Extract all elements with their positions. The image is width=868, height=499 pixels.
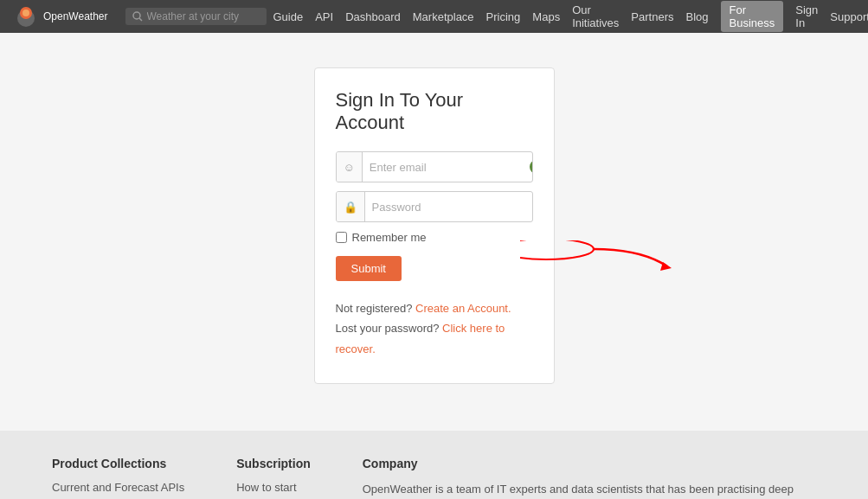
nav-blog[interactable]: Blog — [685, 10, 708, 23]
signin-links: Not registered? Create an Account. Lost … — [336, 298, 533, 359]
nav-api[interactable]: API — [315, 10, 333, 23]
navbar: OpenWeather Guide API Dashboard Marketpl… — [0, 0, 868, 33]
svg-marker-7 — [660, 262, 672, 271]
logo-link[interactable]: OpenWeather — [14, 4, 108, 29]
card-wrapper: Sign In To Your Account ☺ 🔒 — [314, 67, 555, 431]
email-field[interactable] — [363, 156, 522, 179]
password-input-group: 🔒 — [336, 191, 533, 222]
footer-link-how-to-start[interactable]: How to start — [236, 481, 311, 494]
lock-icon: 🔒 — [337, 192, 365, 221]
logo-text: OpenWeather — [43, 10, 108, 22]
nav-for-business[interactable]: For Business — [721, 1, 784, 32]
nav-support[interactable]: Support▾ — [830, 10, 868, 23]
nav-dashboard[interactable]: Dashboard — [345, 10, 401, 23]
submit-button[interactable]: Submit — [336, 256, 402, 281]
email-verified-icon — [522, 159, 533, 175]
footer-col-product: Product Collections Current and Forecast… — [52, 457, 184, 499]
email-input-group: ☺ — [336, 151, 533, 182]
nav-maps[interactable]: Maps — [532, 10, 560, 23]
footer-product-heading: Product Collections — [52, 457, 184, 470]
svg-point-5 — [530, 160, 533, 174]
footer-col-subscription: Subscription How to start Pricing — [236, 457, 311, 499]
nav-marketplace[interactable]: Marketplace — [413, 10, 474, 23]
footer-company-description: OpenWeather is a team of IT experts and … — [363, 481, 816, 499]
password-field[interactable] — [365, 195, 532, 219]
footer-company-heading: Company — [363, 457, 816, 470]
footer: Product Collections Current and Forecast… — [0, 431, 868, 499]
logo-icon — [14, 4, 38, 29]
lost-password-line: Lost your password? Click here to recove… — [336, 318, 533, 359]
svg-line-4 — [139, 18, 142, 21]
user-icon: ☺ — [337, 152, 363, 182]
nav-pricing[interactable]: Pricing — [486, 10, 521, 23]
nav-links: Guide API Dashboard Marketplace Pricing … — [273, 1, 869, 32]
search-icon — [132, 11, 143, 22]
signin-card: Sign In To Your Account ☺ 🔒 — [314, 67, 555, 384]
main-content: Sign In To Your Account ☺ 🔒 — [0, 33, 868, 431]
footer-subscription-heading: Subscription — [236, 457, 311, 470]
search-input[interactable] — [147, 10, 260, 22]
nav-partners[interactable]: Partners — [631, 10, 673, 23]
nav-our-initiatives[interactable]: Our Initiatives — [572, 3, 619, 29]
nav-guide[interactable]: Guide — [273, 10, 304, 23]
footer-col-company: Company OpenWeather is a team of IT expe… — [363, 457, 816, 499]
remember-me-label: Remember me — [352, 231, 427, 244]
remember-me-checkbox[interactable] — [336, 232, 347, 243]
remember-me-group: Remember me — [336, 231, 533, 244]
svg-point-3 — [133, 12, 140, 19]
footer-link-current-forecast[interactable]: Current and Forecast APIs — [52, 481, 184, 494]
search-bar[interactable] — [125, 8, 267, 25]
nav-sign-in[interactable]: Sign In — [795, 3, 818, 29]
svg-point-2 — [23, 10, 29, 16]
not-registered-line: Not registered? Create an Account. — [336, 298, 533, 318]
create-account-link[interactable]: Create an Account. — [415, 302, 511, 315]
signin-title: Sign In To Your Account — [336, 89, 533, 134]
